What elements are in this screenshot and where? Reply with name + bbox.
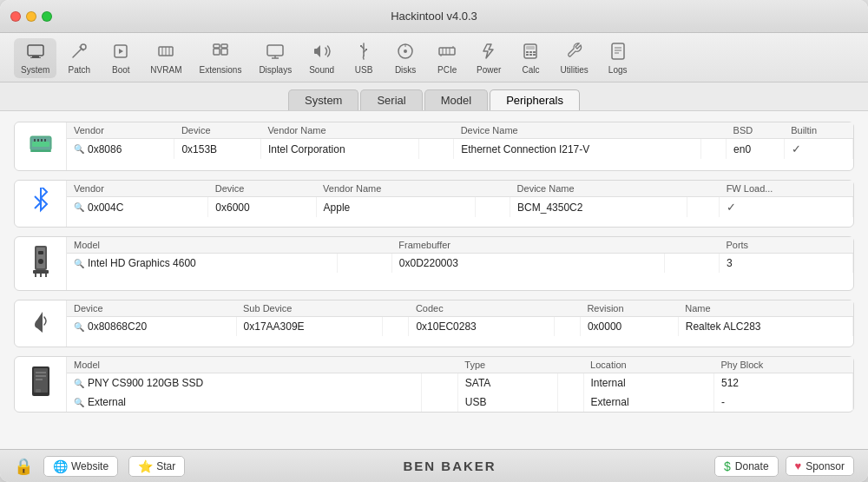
bt-vendor-cell: 🔍 0x004C bbox=[67, 197, 208, 218]
star-label: Star bbox=[156, 460, 175, 472]
toolbar-displays[interactable]: Displays bbox=[252, 38, 299, 78]
sponsor-button[interactable]: ♥ Sponsor bbox=[786, 456, 854, 476]
gpu-spacer-header bbox=[250, 237, 337, 254]
svg-rect-28 bbox=[526, 51, 529, 53]
gpu-ports-cell: 3 bbox=[719, 254, 852, 274]
svg-rect-1 bbox=[32, 56, 39, 57]
stor-phyblock-header: Phy Block bbox=[713, 357, 852, 373]
boot-label: Boot bbox=[112, 65, 130, 75]
svg-rect-8 bbox=[214, 49, 220, 55]
stor-spacer2-2-cell bbox=[557, 393, 583, 412]
eth-spacer2-cell bbox=[700, 139, 726, 160]
bluetooth-table: Vendor Device Vendor Name Device Name FW… bbox=[67, 181, 853, 217]
bluetooth-icon-col bbox=[15, 181, 67, 227]
gpu-model-header: Model bbox=[67, 237, 250, 254]
storage-row-1: 🔍 PNY CS900 120GB SSD SATA Internal 512 bbox=[67, 373, 853, 393]
svg-rect-58 bbox=[36, 389, 41, 393]
ethernet-data: Vendor Device Vendor Name Device Name BS… bbox=[67, 122, 853, 170]
stor-model-2-cell: 🔍 External bbox=[67, 393, 421, 412]
eth-bsd-header: BSD bbox=[727, 122, 785, 139]
toolbar-pcie[interactable]: PCIe bbox=[428, 38, 466, 78]
minimize-button[interactable] bbox=[26, 11, 36, 22]
stor-search1-icon: 🔍 bbox=[74, 379, 84, 388]
tab-serial[interactable]: Serial bbox=[360, 89, 422, 110]
disks-label: Disks bbox=[395, 65, 416, 75]
storage-data: Model Type Location Phy Block bbox=[67, 357, 853, 412]
eth-devicename-header: Device Name bbox=[454, 122, 701, 139]
stor-spacer-2-cell bbox=[421, 393, 457, 412]
gpu-search-icon: 🔍 bbox=[74, 259, 84, 268]
maximize-button[interactable] bbox=[42, 11, 52, 22]
toolbar-boot[interactable]: Boot bbox=[102, 38, 140, 78]
bt-device-cell: 0x6000 bbox=[208, 197, 316, 218]
star-button[interactable]: ⭐ Star bbox=[128, 456, 185, 477]
toolbar-extensions[interactable]: Extensions bbox=[192, 38, 248, 78]
aud-name-header: Name bbox=[678, 300, 852, 317]
eth-device-header: Device bbox=[174, 122, 260, 139]
toolbar-disks[interactable]: Disks bbox=[386, 38, 424, 78]
gpu-model-value: Intel HD Graphics 4600 bbox=[88, 257, 196, 269]
audio-icon-col bbox=[15, 300, 67, 347]
utilities-icon bbox=[565, 42, 584, 63]
svg-rect-46 bbox=[36, 248, 45, 268]
footer: 🔒 🌐 Website ⭐ Star BEN BAKER $ Donate ♥ … bbox=[0, 449, 868, 482]
aud-codec-header: Codec bbox=[409, 300, 555, 317]
svg-rect-55 bbox=[36, 372, 46, 373]
close-button[interactable] bbox=[10, 11, 21, 22]
bt-vendor-header: Vendor bbox=[67, 181, 208, 197]
toolbar-nvram[interactable]: NVRAM bbox=[143, 38, 188, 78]
bt-vendorname-header: Vendor Name bbox=[316, 181, 476, 197]
svg-point-3 bbox=[81, 44, 86, 50]
donate-label: Donate bbox=[735, 460, 769, 472]
svg-point-18 bbox=[404, 50, 407, 53]
toolbar-patch[interactable]: Patch bbox=[60, 38, 98, 78]
aud-subdevice-cell: 0x17AA309E bbox=[236, 317, 383, 337]
stor-model-1-cell: 🔍 PNY CS900 120GB SSD bbox=[67, 373, 421, 393]
toolbar-utilities[interactable]: Utilities bbox=[553, 38, 595, 78]
toolbar-usb[interactable]: USB bbox=[345, 38, 383, 78]
svg-rect-29 bbox=[529, 51, 532, 53]
stor-spacer-1-cell bbox=[421, 373, 457, 393]
tab-system[interactable]: System bbox=[288, 89, 358, 110]
aud-revision-header: Revision bbox=[580, 300, 678, 317]
bt-spacer-header bbox=[476, 181, 510, 197]
toolbar-logs[interactable]: Logs bbox=[599, 38, 637, 78]
tab-peripherals[interactable]: Peripherals bbox=[490, 89, 580, 110]
donate-button[interactable]: $ Donate bbox=[714, 456, 779, 477]
stor-type-1-cell: SATA bbox=[457, 373, 557, 393]
gpu-row: 🔍 Intel HD Graphics 4600 0x0D220003 3 bbox=[67, 254, 853, 274]
bt-vendorname-cell: Apple bbox=[316, 197, 476, 218]
eth-builtin-header: Builtin bbox=[784, 122, 852, 139]
toolbar-sound[interactable]: Sound bbox=[302, 38, 341, 78]
audio-data: Device Sub Device Codec Revision Name bbox=[67, 300, 853, 347]
stor-spacer-header bbox=[421, 357, 457, 373]
eth-builtin-cell: ✓ bbox=[784, 139, 852, 160]
patch-icon bbox=[69, 42, 89, 63]
toolbar-power[interactable]: Power bbox=[470, 38, 508, 78]
logs-icon bbox=[608, 42, 628, 63]
audio-icon bbox=[28, 307, 54, 340]
stor-model-1-value: PNY CS900 120GB SSD bbox=[88, 377, 203, 389]
eth-vendor-search-icon: 🔍 bbox=[74, 144, 84, 154]
gpu-data: Model Framebuffer Ports 🔍 bbox=[67, 237, 853, 290]
toolbar-system[interactable]: System bbox=[14, 38, 56, 78]
eth-vendorname-header: Vendor Name bbox=[260, 122, 418, 139]
aud-codec-cell: 0x10EC0283 bbox=[409, 317, 555, 337]
titlebar: Hackintool v4.0.3 bbox=[0, 0, 868, 33]
tab-model[interactable]: Model bbox=[424, 89, 488, 110]
usb-icon bbox=[354, 42, 373, 63]
website-button[interactable]: 🌐 Website bbox=[43, 456, 118, 477]
window-title: Hackintool v4.0.3 bbox=[391, 10, 477, 23]
stor-spacer2-header bbox=[557, 357, 583, 373]
eth-vendor-value: 0x8086 bbox=[88, 143, 122, 155]
svg-rect-15 bbox=[360, 45, 362, 47]
footer-right: $ Donate ♥ Sponsor bbox=[714, 456, 854, 477]
aud-spacer-header bbox=[383, 300, 409, 317]
aud-device-cell: 🔍 0x80868C20 bbox=[67, 317, 236, 337]
toolbar-calc[interactable]: Calc bbox=[511, 38, 549, 78]
gpu-model-cell: 🔍 Intel HD Graphics 4600 bbox=[67, 254, 337, 274]
audio-section: Device Sub Device Codec Revision Name bbox=[14, 300, 854, 347]
disks-icon bbox=[396, 42, 415, 63]
bt-device-header: Device bbox=[208, 181, 316, 197]
eth-devicename-cell: Ethernet Connection I217-V bbox=[454, 139, 701, 160]
